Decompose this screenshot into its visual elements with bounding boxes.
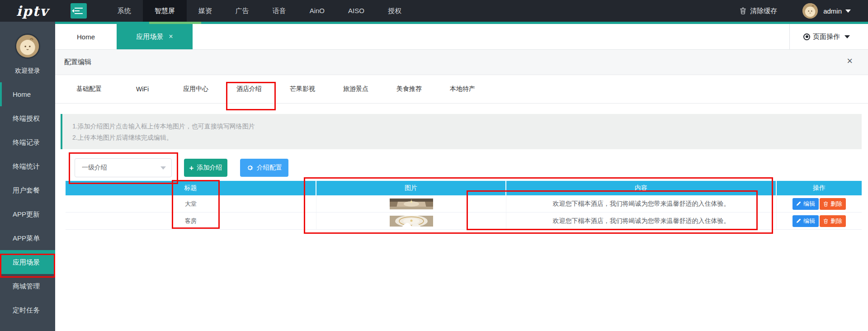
pencil-icon bbox=[796, 201, 801, 206]
page-actions-label: 页面操作 bbox=[813, 33, 840, 41]
nav-item-license[interactable]: 授权 bbox=[376, 0, 413, 22]
iptv-logo: iptv bbox=[16, 3, 49, 19]
sidebar-item-app-menu[interactable]: APP菜单 bbox=[0, 226, 55, 250]
pencil-icon bbox=[796, 218, 801, 223]
tab-close-icon[interactable]: × bbox=[169, 33, 173, 40]
nav-item-ads[interactable]: 广告 bbox=[224, 0, 261, 22]
top-menu: 系统 智慧屏 媒资 广告 语音 AinO AISO 授权 bbox=[106, 0, 413, 22]
nav-item-smartscreen[interactable]: 智慧屏 bbox=[143, 0, 187, 22]
avatar-face-icon bbox=[802, 3, 818, 19]
plus-icon: + bbox=[189, 164, 194, 172]
column-header-actions: 操作 bbox=[777, 181, 862, 195]
select-caret-icon bbox=[160, 166, 166, 170]
panel-tab-food-recommend[interactable]: 美食推荐 bbox=[382, 85, 436, 93]
panel-tab-hotel-intro[interactable]: 酒店介绍 bbox=[222, 85, 276, 93]
intro-table: 标题 图片 内容 操作 大堂 欢迎您下榻本酒店，我们将竭诚为您带来温馨舒适的入住… bbox=[66, 181, 862, 230]
notice-box: 1.添加介绍图片点击输入框上传本地图片，也可直接填写网络图片 2.上传本地图片后… bbox=[61, 114, 862, 149]
nav-item-voice[interactable]: 语音 bbox=[261, 0, 298, 22]
notice-line-2: 2.上传本地图片后请继续完成编辑。 bbox=[72, 132, 862, 143]
nav-item-media[interactable]: 媒资 bbox=[187, 0, 224, 22]
controls-row: 一级介绍 + 添加介绍 介绍配置 bbox=[75, 158, 288, 177]
add-intro-button[interactable]: + 添加介绍 bbox=[184, 159, 227, 177]
sidebar-item-app-update[interactable]: APP更新 bbox=[0, 202, 55, 226]
top-navbar: iptv 系统 智慧屏 媒资 广告 语音 AinO AISO 授权 清除缓存 a… bbox=[0, 0, 868, 22]
trash-icon bbox=[823, 218, 828, 224]
sidebar-item-scheduled-tasks[interactable]: 定时任务 bbox=[0, 298, 55, 322]
delete-label: 删除 bbox=[830, 200, 842, 208]
row-content: 欢迎您下榻本酒店，我们将竭诚为您带来温馨舒适的入住体验。 bbox=[506, 195, 777, 212]
trash-icon bbox=[823, 201, 828, 207]
column-header-content: 内容 bbox=[506, 181, 777, 195]
sidebar-item-home[interactable]: Home bbox=[0, 82, 55, 106]
page-tab-bar: Home 应用场景 × 页面操作 bbox=[55, 24, 868, 50]
username-label[interactable]: admin bbox=[823, 7, 842, 15]
row-title: 客房 bbox=[66, 213, 316, 229]
tab-home[interactable]: Home bbox=[55, 24, 117, 49]
sidebar-avatar bbox=[15, 33, 40, 59]
intro-config-button[interactable]: 介绍配置 bbox=[240, 159, 288, 177]
row-image-cell bbox=[316, 195, 506, 212]
column-header-image: 图片 bbox=[316, 181, 506, 195]
notice-line-1: 1.添加介绍图片点击输入框上传本地图片，也可直接填写网络图片 bbox=[72, 121, 862, 132]
trash-icon bbox=[740, 7, 746, 14]
panel-tab-app-center[interactable]: 应用中心 bbox=[169, 85, 222, 93]
page-actions-dropdown[interactable]: 页面操作 bbox=[789, 24, 862, 49]
nav-item-aino[interactable]: AinO bbox=[298, 0, 336, 22]
user-avatar[interactable] bbox=[802, 3, 818, 19]
row-actions-cell: 编辑 删除 bbox=[777, 213, 862, 229]
edit-label: 编辑 bbox=[803, 200, 815, 208]
tab-app-scenes[interactable]: 应用场景 × bbox=[117, 24, 193, 49]
sidebar-item-app-scenes[interactable]: 应用场景 bbox=[0, 250, 55, 274]
panel-tab-mango-tv[interactable]: 芒果影视 bbox=[276, 85, 329, 93]
hotel-lobby-image bbox=[390, 199, 433, 209]
panel-close-icon[interactable]: × bbox=[847, 56, 853, 66]
panel-tab-tourist-spots[interactable]: 旅游景点 bbox=[329, 85, 382, 93]
row-title: 大堂 bbox=[66, 195, 316, 212]
tab-app-scenes-label: 应用场景 bbox=[136, 33, 163, 41]
sidebar-item-terminal-records[interactable]: 终端记录 bbox=[0, 130, 55, 154]
page-actions-caret-icon bbox=[844, 35, 850, 38]
user-menu-caret-icon[interactable] bbox=[845, 9, 851, 13]
intro-level-select[interactable]: 一级介绍 bbox=[75, 158, 172, 177]
sidebar-item-mall-management[interactable]: 商城管理 bbox=[0, 274, 55, 298]
intro-level-select-value: 一级介绍 bbox=[82, 164, 107, 172]
sidebar: 欢迎登录 Home 终端授权 终端记录 终端统计 用户套餐 APP更新 APP菜… bbox=[0, 22, 55, 331]
column-header-title: 标题 bbox=[66, 181, 316, 195]
table-header-row: 标题 图片 内容 操作 bbox=[66, 181, 862, 195]
delete-button[interactable]: 删除 bbox=[820, 198, 846, 210]
clear-cache-button[interactable]: 清除缓存 bbox=[740, 7, 777, 15]
edit-button[interactable]: 编辑 bbox=[793, 198, 819, 210]
panel-tab-wifi[interactable]: WiFi bbox=[116, 85, 169, 93]
clear-cache-label: 清除缓存 bbox=[750, 7, 777, 15]
row-image-cell bbox=[316, 213, 506, 229]
hamburger-icon bbox=[75, 8, 83, 9]
intro-config-label: 介绍配置 bbox=[257, 164, 282, 172]
delete-label: 删除 bbox=[830, 217, 842, 225]
delete-button[interactable]: 删除 bbox=[820, 215, 846, 227]
add-intro-label: 添加介绍 bbox=[197, 164, 222, 172]
edit-button[interactable]: 编辑 bbox=[793, 215, 819, 227]
welcome-label: 欢迎登录 bbox=[0, 67, 55, 75]
nav-item-system[interactable]: 系统 bbox=[106, 0, 143, 22]
gear-icon bbox=[246, 164, 254, 171]
edit-label: 编辑 bbox=[803, 217, 815, 225]
nav-item-aiso[interactable]: AISO bbox=[336, 0, 376, 22]
table-row: 大堂 欢迎您下榻本酒店，我们将竭诚为您带来温馨舒适的入住体验。 编辑 删除 bbox=[66, 195, 862, 213]
panel-title: 配置编辑 bbox=[64, 58, 91, 66]
panel-tab-local-specialty[interactable]: 本地特产 bbox=[436, 85, 489, 93]
table-row: 客房 欢迎您下榻本酒店，我们将竭诚为您带来温馨舒适的入住体验。 编辑 删除 bbox=[66, 213, 862, 230]
panel-tab-basic-config[interactable]: 基础配置 bbox=[62, 85, 116, 93]
panel-tabs: 基础配置 WiFi 应用中心 酒店介绍 芒果影视 旅游景点 美食推荐 本地特产 bbox=[55, 75, 868, 104]
avatar-face-icon bbox=[16, 35, 39, 57]
sidebar-toggle-button[interactable] bbox=[71, 3, 87, 19]
hamburger-icon bbox=[75, 10, 80, 11]
hotel-room-ceiling-image bbox=[390, 216, 433, 227]
row-actions-cell: 编辑 删除 bbox=[777, 195, 862, 212]
sidebar-item-terminal-auth[interactable]: 终端授权 bbox=[0, 106, 55, 130]
sidebar-item-user-packages[interactable]: 用户套餐 bbox=[0, 178, 55, 202]
panel-header: 配置编辑 × bbox=[55, 50, 868, 75]
navbar-right-group: 清除缓存 admin bbox=[740, 0, 851, 22]
sidebar-item-terminal-stats[interactable]: 终端统计 bbox=[0, 154, 55, 178]
sidebar-menu: Home 终端授权 终端记录 终端统计 用户套餐 APP更新 APP菜单 应用场… bbox=[0, 82, 55, 322]
hamburger-icon bbox=[75, 13, 83, 14]
